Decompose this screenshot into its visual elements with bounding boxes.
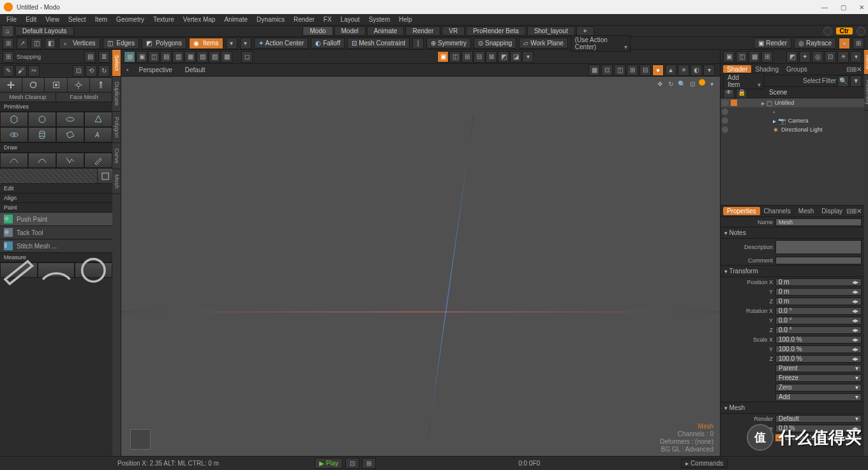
vp-center-6[interactable]: ◩ bbox=[498, 51, 509, 63]
pen-tool[interactable] bbox=[0, 153, 28, 168]
menu-layout[interactable]: Layout bbox=[337, 15, 364, 24]
vp-center-2[interactable]: ◫ bbox=[449, 51, 461, 63]
raytrace-button[interactable]: ◎Raytrace bbox=[794, 38, 836, 49]
mesh-constraint-button[interactable]: ⊡Mesh Constraint bbox=[347, 38, 410, 49]
parent-field[interactable]: Parent▾ bbox=[775, 365, 862, 372]
scale-x-field[interactable]: 100.0 %◂▸ bbox=[775, 336, 862, 344]
play-button[interactable]: ▶ Play bbox=[315, 458, 343, 469]
figure-tool[interactable] bbox=[90, 78, 112, 92]
vp-ico-2[interactable]: ▣ bbox=[136, 51, 147, 63]
vp-ico-10[interactable]: ◻ bbox=[241, 51, 253, 63]
prop-close-icon[interactable]: ✕ bbox=[857, 208, 862, 215]
mode-icon-1[interactable]: ⊞ bbox=[3, 38, 14, 49]
stitch-mesh-tool[interactable]: ▮Stitch Mesh ... bbox=[0, 239, 112, 253]
tab-display[interactable]: Display bbox=[818, 207, 846, 215]
dissolve-field[interactable]: 0.0 %◂▸ bbox=[775, 425, 862, 432]
tree-row-camera[interactable]: ▸ 📷Camera bbox=[721, 116, 864, 125]
rotation-x-field[interactable]: 0.0 °◂▸ bbox=[775, 307, 862, 315]
sketch-tool[interactable] bbox=[84, 153, 112, 168]
r-ico-2[interactable]: ◫ bbox=[736, 51, 747, 63]
vp-opt-3[interactable]: ◫ bbox=[614, 64, 625, 76]
menu-view[interactable]: View bbox=[41, 15, 63, 24]
snap-settings-icon[interactable]: ▤ bbox=[84, 51, 96, 63]
nav-move-icon[interactable]: ✥ bbox=[655, 79, 664, 88]
vp-center-4[interactable]: ⊟ bbox=[474, 51, 485, 63]
tool-icon-4[interactable]: ⊡ bbox=[73, 65, 84, 77]
rotation-z-field[interactable]: 0.0 °◂▸ bbox=[775, 326, 862, 334]
vp-opt-6[interactable]: ● bbox=[652, 64, 664, 76]
nav-menu-icon[interactable]: ▾ bbox=[707, 79, 716, 88]
tab-groups[interactable]: Groups bbox=[782, 65, 811, 73]
mode-icon-2[interactable]: ↗ bbox=[17, 38, 28, 49]
tab-channels[interactable]: Channels bbox=[760, 207, 795, 215]
record-icon[interactable]: ● bbox=[839, 38, 850, 49]
maximize-button[interactable]: ▢ bbox=[841, 4, 846, 11]
vtab-duplicate[interactable]: Duplicate bbox=[112, 77, 121, 112]
tree-row-light[interactable]: ☀Directional Light bbox=[721, 125, 864, 134]
filter-button[interactable]: Filter bbox=[822, 77, 836, 84]
tool-icon-3[interactable]: ✂ bbox=[28, 65, 40, 77]
protractor-tool[interactable] bbox=[38, 262, 75, 278]
vp-center-7[interactable]: ◪ bbox=[510, 51, 521, 63]
vp-opt-5[interactable]: ⊟ bbox=[640, 64, 651, 76]
plane-primitive[interactable] bbox=[56, 127, 84, 142]
eye-icon[interactable] bbox=[722, 126, 728, 133]
vp-ico-5[interactable]: ▥ bbox=[172, 51, 184, 63]
mode-polygons[interactable]: ◩Polygons bbox=[142, 38, 186, 49]
position-y-field[interactable]: 0 m◂▸ bbox=[775, 288, 862, 296]
curve-tool[interactable] bbox=[56, 153, 84, 168]
r-ico-9[interactable]: ☀ bbox=[837, 51, 849, 63]
menu-file[interactable]: File bbox=[3, 15, 20, 24]
select-button[interactable]: Select bbox=[803, 77, 821, 84]
tab-mesh[interactable]: Mesh bbox=[795, 207, 818, 215]
color-dot[interactable] bbox=[731, 100, 737, 106]
description-field[interactable] bbox=[775, 240, 862, 254]
add-field[interactable]: Add▾ bbox=[775, 393, 862, 401]
tree-filter-icon[interactable]: ▼ bbox=[850, 75, 862, 87]
snapping-button[interactable]: ⊙Snapping bbox=[474, 38, 516, 49]
zero-field[interactable]: Zero▾ bbox=[775, 384, 862, 391]
vtab-select[interactable]: Select bbox=[112, 50, 121, 77]
menu-vertexmap[interactable]: Vertex Map bbox=[179, 15, 220, 24]
nav-sun-icon[interactable] bbox=[699, 79, 705, 86]
tab-properties[interactable]: Properties bbox=[723, 207, 760, 215]
panel-max-icon[interactable]: ⊞ bbox=[851, 66, 857, 73]
r-ico-5[interactable]: ◩ bbox=[786, 51, 798, 63]
scale-z-field[interactable]: 100.0 %◂▸ bbox=[775, 355, 862, 363]
scene-tree[interactable]: ▸ ▢Untitled ▫ ▸ 📷Camera ☀Directional Lig… bbox=[721, 98, 864, 206]
vp-center-3[interactable]: ⊞ bbox=[461, 51, 473, 63]
measure-tool[interactable] bbox=[75, 262, 112, 278]
nav-rotate-icon[interactable]: ↻ bbox=[666, 79, 675, 88]
r-ico-7[interactable]: ◎ bbox=[812, 51, 823, 63]
symmetry-button[interactable]: ⊕Symmetry bbox=[426, 38, 471, 49]
capsule-primitive[interactable] bbox=[56, 112, 84, 127]
add-item-dropdown[interactable]: Add Item bbox=[723, 73, 764, 89]
falloff-button[interactable]: ◐Falloff bbox=[311, 38, 345, 49]
timeline-button-2[interactable]: ⊞ bbox=[362, 458, 376, 469]
vp-ico-8[interactable]: ▨ bbox=[209, 51, 220, 63]
menu-select[interactable]: Select bbox=[64, 15, 90, 24]
menu-render[interactable]: Render bbox=[290, 15, 318, 24]
r-ico-10[interactable]: ▾ bbox=[850, 51, 862, 63]
vtab-curve[interactable]: Curve bbox=[112, 143, 121, 169]
viewport-default-tab[interactable]: Default bbox=[183, 65, 208, 75]
move-tool[interactable] bbox=[0, 78, 22, 92]
tree-row-untitled[interactable]: ▸ ▢Untitled bbox=[721, 98, 864, 107]
prop-max-icon[interactable]: ⊞ bbox=[851, 208, 857, 215]
vp-ico-6[interactable]: ▦ bbox=[184, 51, 196, 63]
texture-picker-button[interactable] bbox=[97, 169, 112, 183]
panel-close-icon[interactable]: ✕ bbox=[857, 66, 862, 73]
r-ico-3[interactable]: ▦ bbox=[749, 51, 760, 63]
menu-item[interactable]: Item bbox=[91, 15, 111, 24]
menu-dynamics[interactable]: Dynamics bbox=[253, 15, 288, 24]
face-mesh-button[interactable]: Face Mesh bbox=[56, 93, 112, 102]
ruler-tool[interactable] bbox=[0, 262, 38, 278]
menu-fx[interactable]: FX bbox=[320, 15, 336, 24]
vp-opt-7[interactable]: ▲ bbox=[665, 64, 677, 76]
close-button[interactable]: ✕ bbox=[859, 4, 864, 11]
vp-opt-2[interactable]: ⊡ bbox=[601, 64, 613, 76]
viewport-perspective-tab[interactable]: Perspective bbox=[137, 65, 175, 75]
viewport-canvas[interactable]: ✥ ↻ 🔍 ⊡ ▾ Mesh Channels : 0 Deformers : … bbox=[121, 77, 720, 456]
menu-animate[interactable]: Animate bbox=[220, 15, 251, 24]
render-button[interactable]: ▣Render bbox=[754, 38, 791, 49]
